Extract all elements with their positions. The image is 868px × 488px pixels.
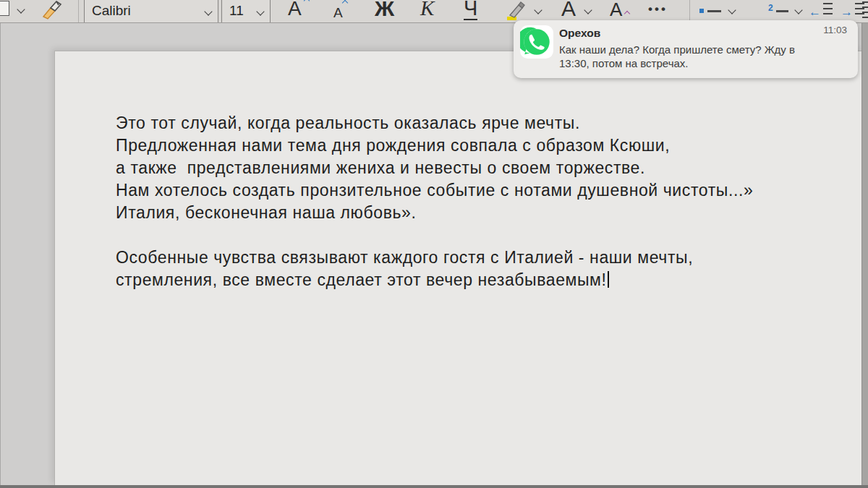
window-left-edge: [0, 22, 1, 485]
toolbar-separator: [78, 0, 79, 22]
font-color-button[interactable]: А: [561, 0, 576, 20]
grow-font-button[interactable]: А: [288, 0, 302, 19]
text-line-blank[interactable]: [116, 224, 753, 247]
paste-chevron-icon[interactable]: [17, 5, 25, 13]
document-text[interactable]: Это тот случай, когда реальность оказала…: [116, 112, 753, 291]
font-name-combobox[interactable]: Calibri: [84, 0, 218, 23]
notification-time: 11:03: [823, 25, 847, 35]
format-painter-icon[interactable]: [40, 1, 63, 21]
numbered-list-digit[interactable]: 2: [768, 3, 773, 13]
font-name-value: Calibri: [92, 3, 131, 19]
font-name-chevron-icon[interactable]: [204, 7, 212, 15]
numbered-list-chevron-icon[interactable]: [794, 6, 802, 14]
text-effects-caret-icon: [624, 11, 630, 17]
text-line[interactable]: а также представлениями жениха и невесты…: [116, 157, 753, 179]
decrease-indent-arrow-icon[interactable]: ←: [809, 6, 821, 18]
text-line[interactable]: Особенные чувства связывают каждого гост…: [116, 247, 753, 269]
grow-font-caret-icon: [304, 0, 310, 4]
numbered-list-line-icon[interactable]: [776, 10, 788, 12]
text-line[interactable]: Предложенная нами тема дня рождения совп…: [116, 134, 753, 157]
highlight-chevron-icon[interactable]: [534, 6, 542, 14]
notification-sender: Орехов: [559, 27, 600, 40]
notification-message: Как наши дела? Когда пришлете смету? Жду…: [559, 43, 795, 70]
font-size-combobox[interactable]: 11: [221, 0, 271, 23]
window-bottom-edge: [0, 485, 868, 488]
text-effects-button[interactable]: А: [610, 0, 622, 19]
text-line[interactable]: Нам хотелось создать пронзительное событ…: [116, 179, 753, 202]
more-options-button[interactable]: •••: [648, 3, 668, 15]
bullet-list-line-icon[interactable]: [707, 10, 721, 12]
increase-indent-arrow-icon[interactable]: →: [841, 6, 853, 18]
text-highlight-button[interactable]: [502, 0, 528, 22]
bullet-list-icon[interactable]: [699, 9, 704, 13]
font-size-chevron-icon[interactable]: [256, 7, 264, 15]
text-cursor: [608, 271, 609, 288]
shrink-font-button[interactable]: А: [333, 6, 343, 20]
shrink-font-caret-icon: [342, 0, 348, 6]
font-size-value: 11: [229, 3, 244, 19]
text-line[interactable]: Италия, бесконечная наша любовь».: [116, 202, 753, 224]
font-color-chevron-icon[interactable]: [584, 6, 592, 14]
whatsapp-notification[interactable]: 11:03 Орехов Как наши дела? Когда пришле…: [514, 20, 858, 78]
underline-button[interactable]: Ч: [464, 0, 477, 20]
paste-clipboard-icon[interactable]: [0, 1, 9, 16]
line-spacing-icon[interactable]: [862, 1, 868, 20]
word-processor-window: Calibri 11 А А Ж К Ч А А •••: [0, 0, 868, 488]
text-line[interactable]: Это тот случай, когда реальность оказала…: [116, 112, 753, 134]
text-line[interactable]: стремления, все вместе сделает этот вече…: [116, 269, 753, 291]
italic-button[interactable]: К: [420, 0, 434, 19]
whatsapp-icon: [520, 25, 553, 59]
bullet-list-chevron-icon[interactable]: [728, 6, 736, 14]
decrease-indent-lines-icon[interactable]: [823, 3, 833, 14]
toolbar-separator: [689, 0, 690, 22]
vertical-scrollbar[interactable]: [861, 22, 868, 485]
bold-button[interactable]: Ж: [375, 0, 394, 20]
